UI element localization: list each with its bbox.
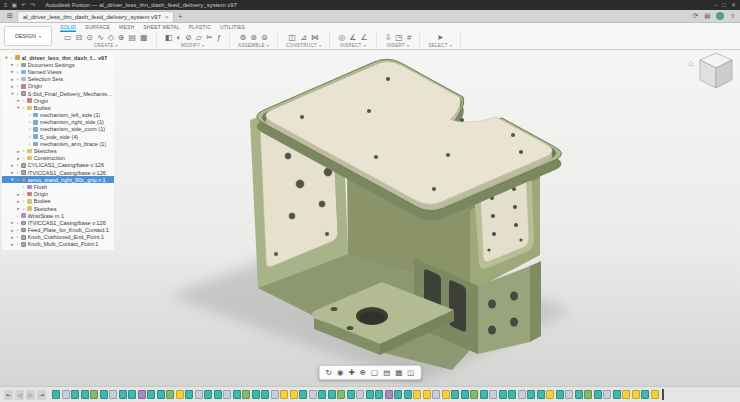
visibility-dot-icon[interactable]: ● bbox=[21, 99, 26, 103]
user-avatar[interactable] bbox=[716, 12, 724, 20]
visibility-dot-icon[interactable]: ● bbox=[15, 92, 20, 96]
browser-tree-row[interactable]: ▸●Sketches bbox=[2, 147, 114, 154]
timeline-warning-icon[interactable] bbox=[290, 390, 298, 399]
timeline-sketch-icon[interactable] bbox=[128, 390, 136, 399]
play-icon[interactable]: ▷ bbox=[26, 390, 35, 400]
ribbon-tab-mesh[interactable]: MESH bbox=[119, 23, 134, 32]
visibility-dot-icon[interactable]: ● bbox=[21, 106, 26, 110]
grid-settings-icon[interactable]: ▦ bbox=[395, 368, 402, 377]
timeline-sketch-icon[interactable] bbox=[480, 390, 488, 399]
timeline-sketch-icon[interactable] bbox=[214, 390, 222, 399]
visibility-dot-icon[interactable]: ● bbox=[15, 214, 20, 218]
visibility-dot-icon[interactable]: ● bbox=[21, 207, 26, 211]
visibility-dot-icon[interactable]: ● bbox=[27, 127, 32, 131]
zoom-icon[interactable]: ⊕ bbox=[360, 368, 366, 377]
timeline-feature-icon[interactable] bbox=[565, 390, 573, 399]
data-panel-toggle-icon[interactable]: ⊞ bbox=[3, 12, 17, 20]
browser-tree-row[interactable]: ▸●Sketches bbox=[2, 205, 114, 212]
notifications-icon[interactable]: ▤ bbox=[704, 12, 710, 20]
timeline-sketch-icon[interactable] bbox=[508, 390, 516, 399]
display-settings-icon[interactable]: ▤ bbox=[383, 368, 390, 377]
visibility-dot-icon[interactable]: ● bbox=[21, 199, 26, 203]
home-icon[interactable]: ⌂ bbox=[688, 58, 693, 68]
ribbon-tab-sheet-metal[interactable]: SHEET METAL bbox=[143, 23, 179, 32]
browser-tree-row[interactable]: ▸●ITVICCAS1_Casing/base v:126 bbox=[2, 169, 114, 176]
timeline-sketch-icon[interactable] bbox=[394, 390, 402, 399]
timeline-component-icon[interactable] bbox=[337, 390, 345, 399]
visibility-dot-icon[interactable]: ● bbox=[15, 84, 20, 88]
construction-point-icon[interactable]: ⋈ bbox=[311, 33, 319, 42]
timeline-sketch-icon[interactable] bbox=[556, 390, 564, 399]
visibility-dot-icon[interactable]: ● bbox=[15, 178, 20, 182]
new-component-icon[interactable]: ▭ bbox=[64, 33, 72, 42]
visibility-dot-icon[interactable]: ● bbox=[15, 77, 20, 81]
workspace-selector[interactable]: DESIGN ▾ bbox=[4, 26, 52, 46]
browser-tree-row[interactable]: ▾●al_driver_less_thn_dash_f... v97 bbox=[2, 54, 114, 61]
timeline-feature-icon[interactable] bbox=[432, 390, 440, 399]
hole-icon[interactable]: ⊕ bbox=[118, 33, 125, 42]
help-icon[interactable]: ? bbox=[730, 13, 734, 20]
visibility-dot-icon[interactable]: ● bbox=[9, 56, 14, 60]
split-body-icon[interactable]: ✂ bbox=[206, 33, 213, 42]
timeline-feature-icon[interactable] bbox=[62, 390, 70, 399]
undo-icon[interactable]: ↶ bbox=[21, 0, 26, 10]
browser-tree-row[interactable]: ▸●Feed_Plate_for_Knob_Contact:1 bbox=[2, 227, 114, 234]
app-menu-icon[interactable]: ≡ bbox=[4, 0, 8, 10]
press-pull-icon[interactable]: ◧ bbox=[165, 33, 173, 42]
visibility-dot-icon[interactable]: ● bbox=[15, 221, 20, 225]
timeline-sketch-icon[interactable] bbox=[366, 390, 374, 399]
browser-tree-row[interactable]: ●WristState m 1 bbox=[2, 212, 114, 219]
interference-icon[interactable]: ∡ bbox=[349, 33, 356, 42]
browser-tree-row[interactable]: ▸●Named Views bbox=[2, 68, 114, 75]
timeline-feature-icon[interactable] bbox=[356, 390, 364, 399]
extrude-icon[interactable]: ⊟ bbox=[76, 33, 83, 42]
draft-icon[interactable]: ▱ bbox=[196, 33, 202, 42]
timeline-warning-icon[interactable] bbox=[176, 390, 184, 399]
timeline-sketch-icon[interactable] bbox=[461, 390, 469, 399]
job-status-icon[interactable]: ⟳ bbox=[693, 12, 698, 20]
timeline-joint-icon[interactable] bbox=[138, 390, 146, 399]
section-analysis-icon[interactable]: ∠ bbox=[360, 33, 367, 42]
visibility-dot-icon[interactable]: ● bbox=[21, 192, 26, 196]
timeline-component-icon[interactable] bbox=[242, 390, 250, 399]
construction-axis-icon[interactable]: ⊿ bbox=[300, 33, 307, 42]
timeline-feature-icon[interactable] bbox=[518, 390, 526, 399]
timeline-sketch-icon[interactable] bbox=[499, 390, 507, 399]
visibility-dot-icon[interactable]: ● bbox=[21, 156, 26, 160]
timeline-sketch-icon[interactable] bbox=[375, 390, 383, 399]
sweep-icon[interactable]: ∿ bbox=[97, 33, 104, 42]
maximize-button[interactable]: □ bbox=[722, 0, 726, 10]
rigid-group-icon[interactable]: ⊜ bbox=[261, 33, 268, 42]
timeline-feature-icon[interactable] bbox=[489, 390, 497, 399]
visibility-dot-icon[interactable]: ● bbox=[27, 113, 32, 117]
measure-icon[interactable]: ◎ bbox=[338, 33, 345, 42]
browser-tree-row[interactable]: ▸●Origin bbox=[2, 97, 114, 104]
visibility-dot-icon[interactable]: ● bbox=[27, 142, 32, 146]
timeline-sketch-icon[interactable] bbox=[594, 390, 602, 399]
timeline-feature-icon[interactable] bbox=[223, 390, 231, 399]
browser-tree-row[interactable]: ●mechanism_right_side (1) bbox=[2, 119, 114, 126]
insert-mesh-icon[interactable]: # bbox=[407, 33, 411, 42]
timeline-component-icon[interactable] bbox=[166, 390, 174, 399]
document-tab[interactable]: al_driver_less_thn_dash_feed_delivery_sy… bbox=[17, 11, 174, 22]
timeline-position-marker[interactable] bbox=[662, 389, 664, 400]
new-tab-button[interactable]: + bbox=[178, 13, 182, 20]
joint-icon[interactable]: ⊛ bbox=[250, 33, 257, 42]
timeline-sketch-icon[interactable] bbox=[185, 390, 193, 399]
browser-tree-row[interactable]: ▸●ITVICCAS1_Casing/base v:126 bbox=[2, 219, 114, 226]
timeline-feature-icon[interactable] bbox=[603, 390, 611, 399]
timeline-warning-icon[interactable] bbox=[622, 390, 630, 399]
browser-tree-row[interactable]: ▾●servo_stand_right_90z_grip v:1 bbox=[2, 176, 114, 183]
ribbon-group-label[interactable]: CREATE▾ bbox=[94, 43, 118, 48]
browser-tree-row[interactable]: ▸●Origin bbox=[2, 83, 114, 90]
loft-icon[interactable]: ◇ bbox=[108, 33, 114, 42]
browser-tree-row[interactable]: ▸●Bodies bbox=[2, 198, 114, 205]
pan-icon[interactable]: ✚ bbox=[348, 368, 354, 377]
browser-tree-row[interactable]: ●Flush bbox=[2, 183, 114, 190]
timeline-sketch-icon[interactable] bbox=[71, 390, 79, 399]
timeline-sketch-icon[interactable] bbox=[347, 390, 355, 399]
fit-icon[interactable]: ▢ bbox=[371, 368, 378, 377]
construction-plane-icon[interactable]: ◫ bbox=[289, 33, 297, 42]
assemble-new-component-icon[interactable]: ⊚ bbox=[240, 33, 247, 42]
visibility-dot-icon[interactable]: ● bbox=[15, 228, 20, 232]
